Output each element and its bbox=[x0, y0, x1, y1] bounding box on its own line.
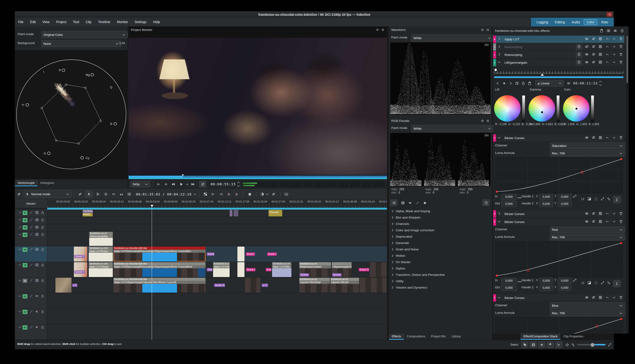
compare-effect-button[interactable] bbox=[607, 29, 610, 32]
film-icon[interactable] bbox=[35, 233, 39, 236]
keyframe-marker[interactable] bbox=[494, 68, 497, 72]
delete-effect-button[interactable] bbox=[619, 45, 623, 49]
timeline-clip[interactable]: framboise-ou-chVignette Effect/A bbox=[330, 278, 359, 292]
save-effect-button[interactable] bbox=[599, 212, 602, 216]
lock-icon[interactable] bbox=[41, 263, 44, 267]
track-effects-icon[interactable] bbox=[30, 310, 33, 313]
move-effect-up-button[interactable] bbox=[605, 136, 609, 140]
effect-expand-button[interactable] bbox=[497, 52, 501, 57]
multicam-tool-button[interactable] bbox=[120, 192, 123, 196]
keyframe-stopwatch-button[interactable] bbox=[521, 82, 525, 85]
effect-row[interactable]: lLift/gamma/gain bbox=[493, 59, 624, 66]
close-panel-button[interactable] bbox=[486, 119, 490, 122]
delete-effect-button[interactable] bbox=[619, 212, 623, 216]
curve-editor-red[interactable] bbox=[495, 242, 623, 277]
float-panel-button[interactable] bbox=[376, 28, 379, 32]
timeline-clip[interactable]: framboise-ou-chocolat-edit.mkvApply LUT/… bbox=[114, 278, 205, 292]
point-out-value[interactable]: 0,000 bbox=[501, 201, 517, 207]
effect-enable-button[interactable] bbox=[585, 52, 588, 57]
effect-presets-button[interactable] bbox=[592, 220, 595, 224]
channel-select[interactable]: Red bbox=[550, 226, 625, 233]
workspace-roto[interactable]: Roto bbox=[598, 19, 611, 25]
menu-clip[interactable]: Clip bbox=[82, 18, 95, 26]
save-effect-button[interactable] bbox=[599, 37, 602, 42]
timeline-clip[interactable]: e 6 bbox=[72, 278, 78, 292]
lock-icon[interactable] bbox=[41, 226, 44, 229]
monitor-resolution-select[interactable]: 540p bbox=[131, 181, 150, 188]
effect-category-item[interactable]: Channels bbox=[389, 221, 492, 227]
effect-expand-button[interactable] bbox=[497, 37, 501, 42]
wheel-slider-gain[interactable] bbox=[591, 95, 594, 122]
effect-presets-button[interactable] bbox=[592, 296, 595, 300]
master-effects-button[interactable]: Master bbox=[15, 200, 47, 208]
track-lane-a2[interactable] bbox=[47, 308, 387, 324]
overwrite-zone-button[interactable] bbox=[219, 192, 223, 196]
timeline-clip[interactable] bbox=[245, 278, 260, 292]
point-out-value[interactable]: 0,000 bbox=[501, 285, 517, 291]
timeline-clip[interactable] bbox=[230, 210, 232, 216]
move-effect-up-button[interactable] bbox=[605, 296, 609, 300]
lock-icon[interactable] bbox=[41, 248, 44, 251]
effect-expand-button[interactable] bbox=[497, 212, 501, 216]
move-effect-up-button[interactable] bbox=[605, 52, 609, 57]
save-effect-button[interactable] bbox=[599, 136, 602, 140]
show-pixmap-button[interactable] bbox=[587, 281, 591, 284]
track-lane-v7[interactable]: FramboiseMultiplyChocolat bbox=[47, 210, 387, 217]
effect-presets-button[interactable] bbox=[592, 136, 595, 140]
show-pixmap-button[interactable] bbox=[587, 197, 591, 200]
keyframe-zone-bar[interactable] bbox=[494, 76, 623, 78]
effect-row[interactable]: rRotoscoping bbox=[493, 51, 624, 59]
timeline-clip[interactable]: Scene 15 bbox=[245, 262, 255, 277]
track-lane-v3[interactable]: Scene 7framboise-ou-choApply LUT/Rotoscf… bbox=[47, 246, 387, 262]
timeline-clip[interactable] bbox=[237, 262, 244, 277]
effect-presets-button[interactable] bbox=[592, 212, 595, 216]
timeline-clip[interactable]: framboise-ou-chocolat-edit.mkvApply LUT/… bbox=[114, 262, 205, 277]
scrollbar-thumb[interactable] bbox=[626, 36, 628, 83]
monitor-zone-bar[interactable] bbox=[129, 178, 387, 179]
timecode-spinner[interactable] bbox=[599, 80, 602, 87]
track-collapse-button[interactable] bbox=[16, 279, 22, 282]
timeline-clip[interactable] bbox=[234, 210, 238, 216]
effect-presets-button[interactable] bbox=[592, 45, 595, 49]
save-effect-button[interactable] bbox=[599, 220, 602, 224]
move-effect-down-button[interactable] bbox=[612, 37, 616, 42]
delete-effect-button[interactable] bbox=[619, 220, 623, 224]
zoom-in-curve-button[interactable] bbox=[601, 281, 604, 284]
track-header-a1[interactable]: A1 bbox=[15, 293, 47, 308]
wheel-cursor[interactable] bbox=[541, 111, 543, 113]
timeline-clip[interactable]: Scene 10 bbox=[206, 246, 214, 262]
playhead-marker[interactable] bbox=[182, 174, 184, 176]
track-target-chip[interactable]: V1 bbox=[23, 279, 27, 283]
speed-options-button[interactable] bbox=[265, 192, 269, 196]
track-lane-v5[interactable] bbox=[47, 224, 387, 231]
slip-tool-button[interactable] bbox=[112, 192, 115, 196]
timeline-clip[interactable]: framboise-ou-choApply LUT/Lift/gan bbox=[89, 262, 113, 277]
track-collapse-button[interactable] bbox=[16, 248, 22, 251]
vectorscope-paint-mode-select[interactable]: Original Color bbox=[41, 31, 128, 38]
timeline-clip[interactable]: Lift/gamma/gain/GaScreen bbox=[332, 262, 352, 277]
extract-zone-button[interactable] bbox=[227, 192, 230, 196]
edit-mode-select[interactable]: Normal mode bbox=[24, 191, 72, 198]
timecode-spinner[interactable] bbox=[237, 180, 240, 188]
effect-category-item[interactable]: Color and Image correction bbox=[389, 227, 492, 234]
reset-curve-button[interactable] bbox=[581, 281, 584, 284]
track-target-chip[interactable]: V2 bbox=[23, 263, 27, 267]
lift-zone-button[interactable] bbox=[235, 192, 238, 196]
timeline-clip[interactable]: framboise-ou-chMultiply/gamma/gainScreen bbox=[299, 262, 331, 277]
workspace-editing[interactable]: Editing bbox=[552, 19, 568, 25]
handle1-y[interactable]: 0,000 bbox=[558, 278, 571, 284]
handle2-y[interactable]: 0,000 bbox=[558, 285, 571, 291]
effect-enable-button[interactable] bbox=[585, 60, 588, 65]
keyframe-interpolation-select[interactable]: ◢Linear bbox=[535, 80, 564, 86]
float-panel-button[interactable] bbox=[481, 119, 484, 122]
menu-edit[interactable]: Edit bbox=[27, 18, 39, 26]
film-icon[interactable] bbox=[35, 248, 39, 251]
zone-focus-button[interactable] bbox=[565, 343, 569, 346]
keyframe-toggle-button[interactable] bbox=[576, 52, 582, 58]
insert-zone-button[interactable] bbox=[211, 192, 215, 196]
track-header-a3[interactable]: A3 bbox=[15, 324, 47, 340]
copy-keyframes-button[interactable] bbox=[528, 82, 531, 85]
save-effect-button[interactable] bbox=[599, 296, 602, 300]
move-effect-down-button[interactable] bbox=[612, 52, 616, 57]
effect-info-button[interactable] bbox=[483, 200, 490, 206]
